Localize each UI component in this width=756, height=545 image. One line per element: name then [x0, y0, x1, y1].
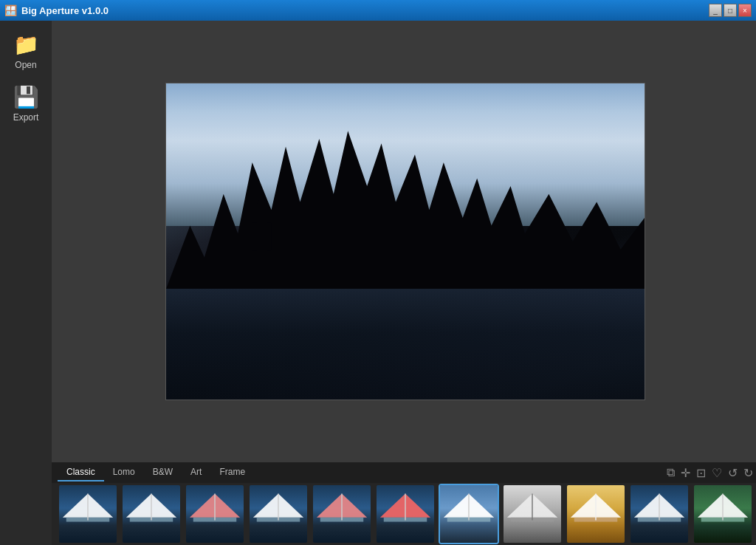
undo-control[interactable]: ↺ — [728, 466, 738, 480]
move-control[interactable]: ✛ — [681, 466, 690, 480]
filmstrip-tab-classic[interactable]: Classic — [58, 464, 104, 481]
filmstrip-tab-list: Classic Lomo B&W Art Frame — [58, 464, 254, 481]
filmstrip-bar: Classic Lomo B&W Art Frame ⧉ ✛ ⊡ ♡ ↺ ↻ — [52, 462, 756, 545]
main-layout: 📁 Open 💾 Export Classic Lomo B&W — [0, 21, 756, 545]
titlebar-left: 🪟 Big Aperture v1.0.0 — [4, 4, 109, 16]
thumb-5[interactable] — [312, 484, 372, 544]
heart-control[interactable]: ♡ — [712, 466, 722, 480]
copy-control[interactable]: ⧉ — [667, 466, 675, 479]
thumb-10[interactable] — [629, 484, 690, 544]
thumb-2[interactable] — [121, 484, 182, 544]
toolbar: 📁 Open 💾 Export — [0, 21, 52, 545]
center-area: Classic Lomo B&W Art Frame ⧉ ✛ ⊡ ♡ ↺ ↻ — [52, 21, 756, 545]
close-button[interactable]: × — [738, 4, 752, 17]
crop-control[interactable]: ⊡ — [696, 466, 706, 480]
canvas-area — [52, 21, 756, 462]
maximize-button[interactable]: □ — [724, 4, 737, 17]
filmstrip — [52, 483, 756, 545]
filmstrip-controls: ⧉ ✛ ⊡ ♡ ↺ ↻ — [667, 466, 753, 480]
thumb-9[interactable] — [566, 484, 626, 544]
open-icon: 📁 — [13, 32, 39, 57]
filmstrip-tab-lomo[interactable]: Lomo — [104, 464, 144, 481]
open-label: Open — [15, 60, 36, 70]
app-icon: 🪟 — [4, 4, 17, 16]
thumb-6[interactable] — [375, 484, 436, 544]
export-icon: 💾 — [13, 85, 39, 109]
thumb-3[interactable] — [185, 484, 245, 544]
filmstrip-tab-art[interactable]: Art — [182, 464, 210, 481]
titlebar: 🪟 Big Aperture v1.0.0 _ □ × — [0, 0, 756, 21]
thumb-11[interactable] — [693, 484, 753, 544]
export-label: Export — [13, 112, 39, 123]
water-reflection — [166, 289, 645, 400]
titlebar-controls: _ □ × — [709, 4, 752, 17]
thumb-8[interactable] — [502, 484, 563, 544]
app-title: Big Aperture v1.0.0 — [21, 5, 109, 16]
redo-control[interactable]: ↻ — [743, 466, 753, 480]
open-button[interactable]: 📁 Open — [0, 28, 52, 75]
thumb-4[interactable] — [248, 484, 309, 544]
export-button[interactable]: 💾 Export — [0, 80, 52, 127]
thumb-7[interactable] — [439, 484, 499, 544]
thumb-1[interactable] — [58, 484, 118, 544]
filmstrip-tab-bw[interactable]: B&W — [144, 464, 182, 481]
main-image[interactable] — [165, 83, 645, 400]
filmstrip-tab-frame[interactable]: Frame — [210, 464, 254, 481]
minimize-button[interactable]: _ — [709, 4, 722, 17]
filmstrip-tabs: Classic Lomo B&W Art Frame ⧉ ✛ ⊡ ♡ ↺ ↻ — [52, 462, 756, 483]
